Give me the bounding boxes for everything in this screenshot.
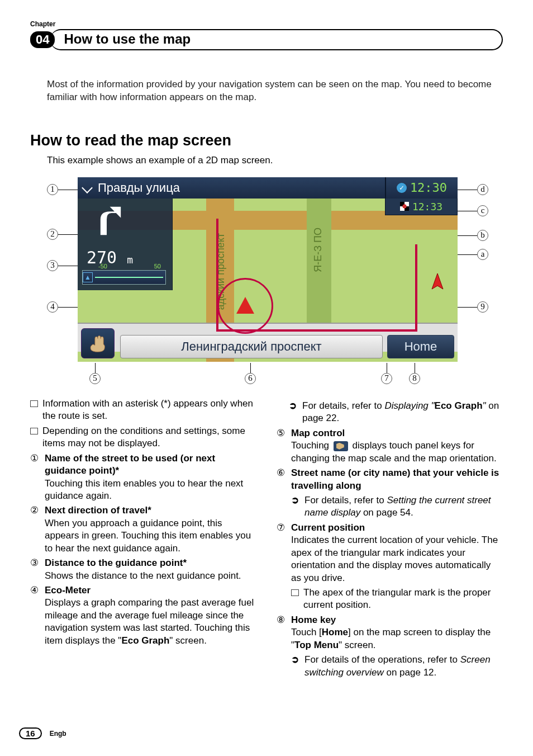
turn-arrow-icon xyxy=(91,205,122,237)
item-number: ⑧ xyxy=(277,614,287,679)
list-item: ⑤ Map control Touching displays touch pa… xyxy=(277,427,503,465)
current-street-name: Ленинградский проспект xyxy=(181,339,321,354)
chapter-label: Chapter xyxy=(30,20,503,28)
item-body: Touching displays touch panel keys for c… xyxy=(291,440,497,463)
guidance-panel[interactable]: 270 m ▲ -50 50 xyxy=(78,199,173,290)
xref-text: For details of the operations, refer to … xyxy=(304,654,503,679)
item-body: Touching this item enables you to hear t… xyxy=(45,478,243,501)
clock-value: 12:30 xyxy=(410,181,447,195)
page-number: 16 xyxy=(19,727,42,739)
arrival-time[interactable]: 12:33 xyxy=(385,199,458,215)
lead-line xyxy=(58,307,78,308)
list-item: ⑦ Current position Indicates the current… xyxy=(277,522,503,612)
item-title: Distance to the guidance point* xyxy=(45,557,187,568)
callout-1: 1 xyxy=(47,184,58,195)
lead-line xyxy=(415,363,415,373)
header-row: 04 How to use the map xyxy=(30,29,503,50)
clock-value: 12:33 xyxy=(412,201,442,212)
refer-icon: ➲ xyxy=(289,400,298,425)
language-code: Engb xyxy=(50,730,66,738)
lead-line xyxy=(387,363,387,373)
callout-4: 4 xyxy=(47,301,58,313)
square-bullet-icon xyxy=(30,400,38,407)
lead-line xyxy=(58,266,78,266)
item-body: Indicates the current location of your v… xyxy=(291,535,498,583)
callout-9: 9 xyxy=(477,301,488,313)
list-item: ⑧ Home key Touch [Home] on the map scree… xyxy=(277,614,503,679)
lead-line xyxy=(458,254,477,255)
left-column: Information with an asterisk (*) appears… xyxy=(30,398,256,679)
item-title: Street name (or city name) that your veh… xyxy=(291,467,499,490)
section-title: How to read the map screen xyxy=(30,132,503,149)
item-number: ② xyxy=(30,504,40,555)
footer: 16 Engb xyxy=(19,727,66,739)
route-line xyxy=(415,244,417,332)
xref-item: ➲ For details of the operations, refer t… xyxy=(291,654,503,679)
current-time[interactable]: ✓ 12:30 xyxy=(385,177,458,199)
lead-line xyxy=(458,307,477,308)
lead-line xyxy=(458,190,477,190)
square-bullet-icon xyxy=(30,428,38,434)
item-body: When you approach a guidance point, this… xyxy=(45,518,251,554)
callout-5: 5 xyxy=(89,373,101,384)
hand-icon xyxy=(334,441,348,451)
eco-label-minus: -50 xyxy=(98,263,107,270)
chevron-down-icon xyxy=(82,182,93,193)
svg-marker-0 xyxy=(432,273,443,289)
right-column: ➲ For details, refer to Displaying "Eco … xyxy=(277,398,503,679)
callout-3: 3 xyxy=(47,260,58,271)
hand-icon xyxy=(88,334,107,353)
lead-line xyxy=(458,211,477,211)
item-title: Name of the street to be used (or next g… xyxy=(45,453,215,476)
home-label: Home xyxy=(404,339,437,354)
list-item: ⑥ Street name (or city name) that your v… xyxy=(277,467,503,519)
note-item: Depending on the conditions and settings… xyxy=(30,425,256,450)
item-number: ④ xyxy=(30,584,40,647)
current-street-bar[interactable]: Ленинградский проспект xyxy=(120,335,383,358)
eco-icon: ▲ xyxy=(83,272,93,282)
callout-11: b xyxy=(477,230,488,241)
square-bullet-icon xyxy=(291,589,299,596)
lead-line xyxy=(458,235,477,236)
callout-10: a xyxy=(477,249,488,260)
item-title: Map control xyxy=(291,428,345,438)
xref-item: ➲ For details, refer to Setting the curr… xyxy=(291,494,503,519)
item-number: ⑦ xyxy=(277,522,287,612)
lead-line xyxy=(58,190,78,190)
note-text: Information with an asterisk (*) appears… xyxy=(42,398,256,423)
refer-icon: ➲ xyxy=(291,494,300,519)
list-item: ② Next direction of travel* When you app… xyxy=(30,504,256,555)
callout-12: c xyxy=(477,205,488,216)
list-item: ④ Eco-Meter Displays a graph comparing t… xyxy=(30,584,256,647)
compass-icon[interactable] xyxy=(426,272,449,295)
xref-text: For details, refer to Displaying "Eco Gr… xyxy=(302,400,503,425)
eco-meter[interactable]: ▲ -50 50 xyxy=(82,270,166,285)
item-body: Displays a graph comparing the past aver… xyxy=(45,597,254,645)
callout-6: 6 xyxy=(245,373,256,384)
xref-text: For details, refer to Setting the curren… xyxy=(304,494,503,519)
item-title: Current position xyxy=(291,522,365,533)
header-title-wrap: How to use the map xyxy=(50,29,503,50)
item-title: Home key xyxy=(291,615,336,625)
callout-2: 2 xyxy=(47,229,58,240)
list-item: ③ Distance to the guidance point* Shows … xyxy=(30,557,256,582)
street-label: Я-Е-З ПО xyxy=(312,228,324,272)
item-number: ⑤ xyxy=(277,427,287,465)
callout-13: d xyxy=(477,184,488,195)
callout-7: 7 xyxy=(381,373,392,384)
item-title: Next direction of travel* xyxy=(45,505,151,516)
list-item: ① Name of the street to be used (or next… xyxy=(30,452,256,503)
item-body: Touch [Home] on the map screen to displa… xyxy=(291,627,491,650)
note-text: The apex of the triangular mark is the p… xyxy=(303,587,503,612)
description-columns: Information with an asterisk (*) appears… xyxy=(30,398,503,679)
note-text: Depending on the conditions and settings… xyxy=(42,425,256,450)
intro-text: Most of the information provided by your… xyxy=(47,78,503,104)
item-body: Shows the distance to the next guidance … xyxy=(45,570,241,581)
section-subtitle: This example shows an example of a 2D ma… xyxy=(47,155,503,166)
map-control-button[interactable] xyxy=(81,328,115,358)
home-button[interactable]: Home xyxy=(387,335,454,358)
flag-icon xyxy=(400,202,409,211)
next-street-name: Правды улица xyxy=(98,181,180,195)
item-number: ③ xyxy=(30,557,40,582)
callout-8: 8 xyxy=(409,373,420,384)
